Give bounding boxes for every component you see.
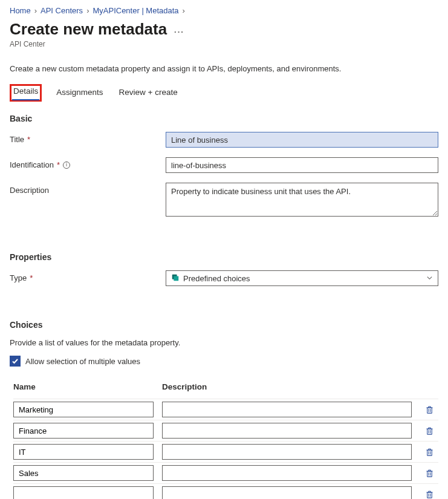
choice-description-input[interactable] bbox=[162, 486, 412, 499]
checkbox-allow-multiple[interactable] bbox=[10, 356, 21, 367]
breadcrumb: Home › API Centers › MyAPICenter | Metad… bbox=[10, 6, 438, 15]
select-type[interactable]: Predefined choices bbox=[166, 270, 438, 286]
choice-name-input[interactable] bbox=[13, 402, 154, 417]
tab-review-create[interactable]: Review + create bbox=[118, 84, 179, 102]
svg-rect-1 bbox=[174, 276, 178, 281]
delete-choice-button[interactable] bbox=[420, 405, 438, 414]
column-header-description: Description bbox=[162, 382, 414, 391]
section-properties-title: Properties bbox=[10, 252, 438, 262]
textarea-description[interactable] bbox=[166, 183, 438, 217]
label-allow-multiple: Allow selection of multiple values bbox=[25, 357, 140, 366]
label-description: Description bbox=[10, 183, 166, 195]
chevron-down-icon bbox=[426, 274, 433, 283]
chevron-right-icon: › bbox=[183, 6, 185, 15]
page-subtitle: API Center bbox=[10, 40, 438, 48]
choice-row bbox=[13, 462, 438, 483]
svg-rect-16 bbox=[427, 450, 432, 455]
predefined-choices-icon bbox=[171, 273, 180, 284]
column-header-name: Name bbox=[13, 382, 162, 391]
page-title: Create new metadata bbox=[10, 20, 167, 39]
choices-description: Provide a list of values for the metadat… bbox=[10, 338, 438, 347]
breadcrumb-link-current[interactable]: MyAPICenter | Metadata bbox=[93, 6, 178, 15]
svg-rect-30 bbox=[427, 492, 432, 498]
choice-name-input[interactable] bbox=[13, 423, 154, 439]
tabs: Details Assignments Review + create bbox=[10, 84, 438, 102]
label-type: Type* bbox=[10, 270, 166, 282]
chevron-right-icon: › bbox=[34, 6, 37, 15]
choice-description-input[interactable] bbox=[162, 402, 412, 417]
delete-choice-button[interactable] bbox=[420, 448, 438, 457]
breadcrumb-link-home[interactable]: Home bbox=[10, 6, 31, 15]
svg-rect-2 bbox=[427, 408, 432, 413]
info-icon[interactable]: i bbox=[63, 161, 70, 169]
delete-choice-button[interactable] bbox=[420, 469, 438, 478]
select-type-value: Predefined choices bbox=[183, 274, 423, 283]
label-identification: Identification* i bbox=[10, 157, 166, 169]
trash-icon bbox=[425, 448, 434, 457]
choice-name-input[interactable] bbox=[13, 486, 154, 499]
choice-name-input[interactable] bbox=[13, 444, 154, 460]
tab-assignments[interactable]: Assignments bbox=[55, 84, 104, 102]
delete-choice-button[interactable] bbox=[420, 490, 438, 499]
choice-description-input[interactable] bbox=[162, 444, 412, 460]
choice-name-input[interactable] bbox=[13, 465, 154, 481]
label-title: Title* bbox=[10, 132, 166, 144]
trash-icon bbox=[425, 490, 434, 499]
tab-details[interactable]: Details bbox=[12, 83, 39, 100]
trash-icon bbox=[425, 405, 434, 414]
section-basic-title: Basic bbox=[10, 114, 438, 123]
more-actions-button[interactable]: ··· bbox=[174, 27, 184, 36]
choice-row bbox=[13, 483, 438, 499]
chevron-right-icon: › bbox=[86, 6, 89, 15]
choice-description-input[interactable] bbox=[162, 423, 412, 439]
choice-description-input[interactable] bbox=[162, 465, 412, 481]
choice-row bbox=[13, 420, 438, 441]
intro-text: Create a new custom metadata property an… bbox=[10, 64, 438, 73]
svg-rect-23 bbox=[427, 471, 432, 477]
svg-rect-9 bbox=[427, 429, 432, 434]
choice-row bbox=[13, 441, 438, 462]
trash-icon bbox=[425, 469, 434, 478]
trash-icon bbox=[425, 426, 434, 435]
section-choices-title: Choices bbox=[10, 320, 438, 330]
breadcrumb-link-apicenters[interactable]: API Centers bbox=[41, 6, 83, 15]
input-identification[interactable] bbox=[166, 157, 438, 173]
delete-choice-button[interactable] bbox=[420, 426, 438, 435]
choice-row bbox=[13, 399, 438, 420]
input-title[interactable] bbox=[166, 132, 438, 148]
